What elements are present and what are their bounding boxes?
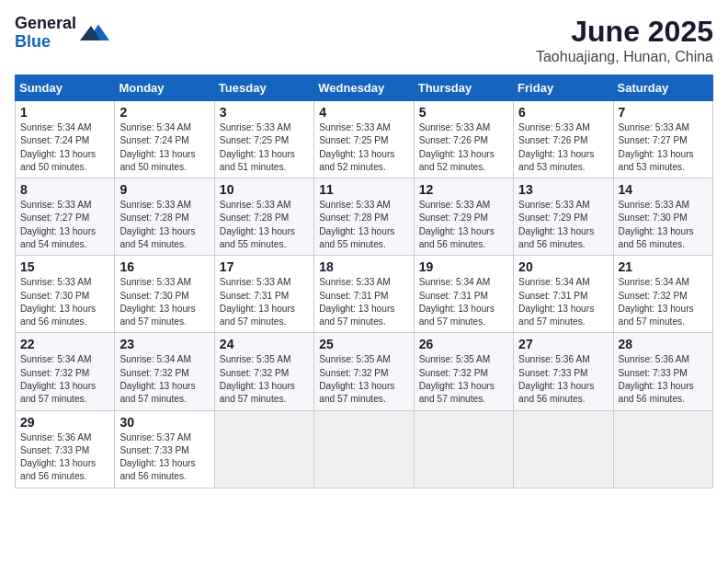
- day-cell-12: 12 Sunrise: 5:33 AM Sunset: 7:29 PM Dayl…: [414, 178, 513, 256]
- header-tuesday: Tuesday: [214, 75, 313, 101]
- header-saturday: Saturday: [613, 75, 712, 101]
- day-info: Sunrise: 5:36 AM Sunset: 7:33 PM Dayligh…: [518, 353, 608, 406]
- day-info: Sunrise: 5:36 AM Sunset: 7:33 PM Dayligh…: [619, 353, 708, 406]
- day-number: 24: [220, 337, 309, 351]
- day-cell-14: 14 Sunrise: 5:33 AM Sunset: 7:30 PM Dayl…: [613, 178, 712, 256]
- header-thursday: Thursday: [414, 75, 513, 101]
- day-cell-25: 25 Sunrise: 5:35 AM Sunset: 7:32 PM Dayl…: [314, 333, 414, 410]
- day-number: 20: [518, 259, 608, 274]
- day-info: Sunrise: 5:33 AM Sunset: 7:29 PM Dayligh…: [419, 199, 508, 251]
- empty-cell: [314, 410, 414, 488]
- logo-blue: Blue: [15, 33, 76, 52]
- logo-text: General Blue: [15, 15, 76, 52]
- day-info: Sunrise: 5:33 AM Sunset: 7:31 PM Dayligh…: [319, 276, 408, 328]
- logo-icon: [80, 18, 109, 48]
- empty-cell: [414, 410, 513, 488]
- calendar-week-3: 15 Sunrise: 5:33 AM Sunset: 7:30 PM Dayl…: [16, 256, 713, 333]
- calendar-week-4: 22 Sunrise: 5:34 AM Sunset: 7:32 PM Dayl…: [16, 333, 713, 410]
- day-number: 27: [518, 337, 608, 351]
- day-info: Sunrise: 5:35 AM Sunset: 7:32 PM Dayligh…: [220, 353, 309, 406]
- logo: General Blue: [15, 15, 109, 52]
- day-number: 2: [119, 105, 209, 120]
- header-friday: Friday: [514, 75, 613, 101]
- day-info: Sunrise: 5:34 AM Sunset: 7:31 PM Dayligh…: [518, 276, 608, 328]
- day-info: Sunrise: 5:36 AM Sunset: 7:33 PM Dayligh…: [20, 431, 109, 484]
- day-cell-21: 21 Sunrise: 5:34 AM Sunset: 7:32 PM Dayl…: [613, 256, 712, 333]
- day-info: Sunrise: 5:34 AM Sunset: 7:24 PM Dayligh…: [20, 121, 109, 174]
- day-cell-13: 13 Sunrise: 5:33 AM Sunset: 7:29 PM Dayl…: [514, 178, 613, 256]
- day-info: Sunrise: 5:33 AM Sunset: 7:30 PM Dayligh…: [119, 276, 209, 328]
- day-info: Sunrise: 5:33 AM Sunset: 7:27 PM Dayligh…: [20, 199, 109, 251]
- empty-cell: [214, 410, 313, 488]
- day-cell-15: 15 Sunrise: 5:33 AM Sunset: 7:30 PM Dayl…: [16, 256, 115, 333]
- day-cell-20: 20 Sunrise: 5:34 AM Sunset: 7:31 PM Dayl…: [514, 256, 613, 333]
- logo-general: General: [15, 15, 76, 33]
- day-number: 22: [20, 337, 109, 351]
- day-cell-3: 3 Sunrise: 5:33 AM Sunset: 7:25 PM Dayli…: [214, 101, 313, 178]
- day-number: 11: [319, 182, 408, 197]
- day-info: Sunrise: 5:34 AM Sunset: 7:32 PM Dayligh…: [119, 353, 209, 406]
- day-number: 21: [619, 259, 708, 274]
- day-cell-6: 6 Sunrise: 5:33 AM Sunset: 7:26 PM Dayli…: [514, 101, 613, 178]
- day-cell-5: 5 Sunrise: 5:33 AM Sunset: 7:26 PM Dayli…: [414, 101, 513, 178]
- day-number: 1: [20, 105, 109, 120]
- day-info: Sunrise: 5:34 AM Sunset: 7:32 PM Dayligh…: [619, 276, 708, 328]
- day-info: Sunrise: 5:33 AM Sunset: 7:31 PM Dayligh…: [220, 276, 309, 328]
- day-cell-30: 30 Sunrise: 5:37 AM Sunset: 7:33 PM Dayl…: [115, 410, 214, 488]
- day-cell-18: 18 Sunrise: 5:33 AM Sunset: 7:31 PM Dayl…: [314, 256, 414, 333]
- day-number: 23: [119, 337, 209, 351]
- day-number: 16: [119, 259, 209, 274]
- day-cell-4: 4 Sunrise: 5:33 AM Sunset: 7:25 PM Dayli…: [314, 101, 414, 178]
- day-number: 4: [319, 105, 408, 120]
- day-number: 7: [619, 105, 708, 120]
- day-number: 15: [20, 259, 109, 274]
- day-number: 9: [119, 182, 209, 197]
- day-cell-29: 29 Sunrise: 5:36 AM Sunset: 7:33 PM Dayl…: [16, 410, 115, 488]
- calendar-table: Sunday Monday Tuesday Wednesday Thursday…: [15, 75, 713, 488]
- day-number: 28: [619, 337, 708, 351]
- day-cell-26: 26 Sunrise: 5:35 AM Sunset: 7:32 PM Dayl…: [414, 333, 513, 410]
- day-number: 13: [518, 182, 608, 197]
- day-cell-17: 17 Sunrise: 5:33 AM Sunset: 7:31 PM Dayl…: [214, 256, 313, 333]
- header-sunday: Sunday: [16, 75, 115, 101]
- header-wednesday: Wednesday: [314, 75, 414, 101]
- day-cell-7: 7 Sunrise: 5:33 AM Sunset: 7:27 PM Dayli…: [613, 101, 712, 178]
- day-cell-24: 24 Sunrise: 5:35 AM Sunset: 7:32 PM Dayl…: [214, 333, 313, 410]
- day-cell-11: 11 Sunrise: 5:33 AM Sunset: 7:28 PM Dayl…: [314, 178, 414, 256]
- calendar-week-2: 8 Sunrise: 5:33 AM Sunset: 7:27 PM Dayli…: [16, 178, 713, 256]
- calendar-week-1: 1 Sunrise: 5:34 AM Sunset: 7:24 PM Dayli…: [16, 101, 713, 178]
- day-number: 5: [419, 105, 508, 120]
- day-number: 19: [419, 259, 508, 274]
- day-cell-22: 22 Sunrise: 5:34 AM Sunset: 7:32 PM Dayl…: [16, 333, 115, 410]
- day-number: 30: [119, 415, 209, 430]
- day-cell-19: 19 Sunrise: 5:34 AM Sunset: 7:31 PM Dayl…: [414, 256, 513, 333]
- day-info: Sunrise: 5:34 AM Sunset: 7:32 PM Dayligh…: [20, 353, 109, 406]
- day-info: Sunrise: 5:33 AM Sunset: 7:30 PM Dayligh…: [619, 199, 708, 251]
- empty-cell: [514, 410, 613, 488]
- day-info: Sunrise: 5:33 AM Sunset: 7:28 PM Dayligh…: [319, 199, 408, 251]
- title-block: June 2025 Taohuajiang, Hunan, China: [536, 15, 713, 65]
- calendar-week-5: 29 Sunrise: 5:36 AM Sunset: 7:33 PM Dayl…: [16, 410, 713, 488]
- location: Taohuajiang, Hunan, China: [536, 49, 713, 65]
- page-header: General Blue June 2025 Taohuajiang, Huna…: [15, 15, 713, 65]
- day-info: Sunrise: 5:34 AM Sunset: 7:24 PM Dayligh…: [119, 121, 209, 174]
- day-cell-27: 27 Sunrise: 5:36 AM Sunset: 7:33 PM Dayl…: [514, 333, 613, 410]
- day-cell-8: 8 Sunrise: 5:33 AM Sunset: 7:27 PM Dayli…: [16, 178, 115, 256]
- calendar-header-row: Sunday Monday Tuesday Wednesday Thursday…: [16, 75, 713, 101]
- day-number: 29: [20, 415, 109, 430]
- day-number: 17: [220, 259, 309, 274]
- day-info: Sunrise: 5:34 AM Sunset: 7:31 PM Dayligh…: [419, 276, 508, 328]
- header-monday: Monday: [115, 75, 214, 101]
- day-number: 14: [619, 182, 708, 197]
- day-info: Sunrise: 5:33 AM Sunset: 7:27 PM Dayligh…: [619, 121, 708, 174]
- day-info: Sunrise: 5:33 AM Sunset: 7:26 PM Dayligh…: [419, 121, 508, 174]
- month-title: June 2025: [536, 15, 713, 49]
- day-number: 6: [518, 105, 608, 120]
- day-number: 12: [419, 182, 508, 197]
- day-info: Sunrise: 5:33 AM Sunset: 7:25 PM Dayligh…: [319, 121, 408, 174]
- day-number: 18: [319, 259, 408, 274]
- day-cell-16: 16 Sunrise: 5:33 AM Sunset: 7:30 PM Dayl…: [115, 256, 214, 333]
- day-number: 10: [220, 182, 309, 197]
- day-cell-10: 10 Sunrise: 5:33 AM Sunset: 7:28 PM Dayl…: [214, 178, 313, 256]
- day-info: Sunrise: 5:33 AM Sunset: 7:28 PM Dayligh…: [220, 199, 309, 251]
